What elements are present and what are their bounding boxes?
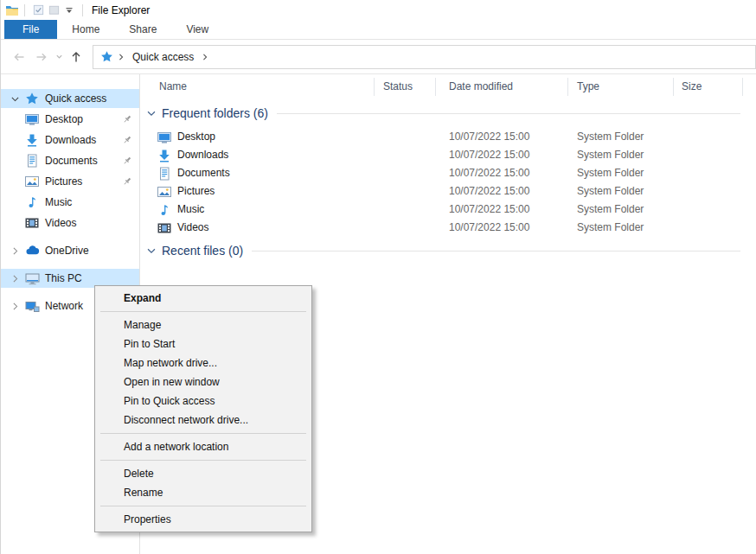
column-headers: Name Status Date modified Type Size [140,74,756,99]
tab-file[interactable]: File [4,20,57,39]
onedrive-cloud-icon [24,244,40,258]
desktop-icon [24,112,40,126]
file-type: System Folder [577,146,644,164]
context-menu-item-pin-to-quick-access[interactable]: Pin to Quick access [95,392,311,411]
breadcrumb-chevron-icon [199,51,211,63]
music-icon [157,203,171,217]
recent-locations-dropdown-icon[interactable] [53,46,65,68]
context-menu-separator [100,433,306,434]
group-label: Recent files (0) [162,244,243,258]
sidebar-item-label: Downloads [45,134,96,146]
group-header-recent-files[interactable]: Recent files (0) [145,242,756,259]
chevron-down-icon [145,107,157,119]
videos-icon [24,216,40,230]
column-divider[interactable] [374,78,375,96]
sidebar-item-label: Desktop [45,113,83,125]
pin-icon [122,156,132,166]
chevron-down-icon[interactable] [9,93,21,105]
file-date-modified: 10/07/2022 15:00 [449,146,529,164]
file-row-downloads[interactable]: Downloads 10/07/2022 15:00 System Folder [140,146,756,164]
file-row-music[interactable]: Music 10/07/2022 15:00 System Folder [140,201,756,219]
file-row-documents[interactable]: Documents 10/07/2022 15:00 System Folder [140,164,756,182]
tab-view[interactable]: View [171,20,223,39]
file-date-modified: 10/07/2022 15:00 [449,128,529,146]
group-label: Frequent folders (6) [162,106,268,120]
group-rule [277,113,740,114]
file-type: System Folder [577,128,644,146]
file-name: Pictures [177,182,215,201]
pin-icon [122,114,132,124]
sidebar-item-onedrive[interactable]: OneDrive [1,241,139,260]
back-button[interactable] [8,46,30,68]
column-header-size[interactable]: Size [682,80,702,92]
context-menu-item-open-in-new-window[interactable]: Open in new window [95,373,311,392]
sidebar-item-downloads[interactable]: Downloads [1,131,139,150]
up-button[interactable] [65,46,87,68]
context-menu-item-add-network-location[interactable]: Add a network location [95,437,311,456]
sidebar-item-quick-access[interactable]: Quick access [1,89,139,108]
navigation-bar: Quick access [1,40,756,74]
context-menu-item-expand[interactable]: Expand [95,289,311,308]
file-type: System Folder [577,182,644,201]
sidebar-item-documents[interactable]: Documents [1,151,139,170]
breadcrumb-item-quick-access[interactable]: Quick access [129,51,197,63]
file-date-modified: 10/07/2022 15:00 [449,164,529,182]
context-menu-item-delete[interactable]: Delete [95,464,311,483]
title-bar: File Explorer [1,0,756,20]
pin-icon [122,176,132,187]
group-rule [252,251,740,252]
chevron-right-icon[interactable] [9,301,21,312]
file-date-modified: 10/07/2022 15:00 [449,182,529,201]
column-divider[interactable] [435,78,436,96]
column-divider[interactable] [567,78,568,96]
file-name: Desktop [177,128,215,146]
context-menu-item-manage[interactable]: Manage [95,315,311,334]
column-header-date-modified[interactable]: Date modified [449,80,513,92]
column-header-name[interactable]: Name [159,80,187,92]
chevron-right-icon[interactable] [9,245,21,257]
sidebar-item-label: Network [45,300,83,312]
this-pc-icon [24,271,40,285]
column-divider[interactable] [673,78,674,96]
sidebar-item-label: Pictures [45,175,82,188]
tab-share[interactable]: Share [114,20,171,39]
sidebar-item-desktop[interactable]: Desktop [1,110,139,129]
group-header-frequent-folders[interactable]: Frequent folders (6) [145,105,756,122]
column-header-status[interactable]: Status [383,80,413,92]
sidebar-item-label: OneDrive [45,245,89,257]
context-menu-item-pin-to-start[interactable]: Pin to Start [95,334,311,353]
tab-home[interactable]: Home [57,20,114,39]
sidebar-item-label: This PC [45,272,82,284]
videos-icon [157,221,171,235]
qat-separator [82,4,83,16]
sidebar-item-label: Videos [45,217,76,229]
context-menu-item-properties[interactable]: Properties [95,510,311,529]
file-name: Downloads [177,146,228,164]
context-menu-item-disconnect-network-drive[interactable]: Disconnect network drive... [95,411,311,430]
column-divider[interactable] [742,78,743,96]
sidebar-item-videos[interactable]: Videos [1,213,139,232]
sidebar-item-pictures[interactable]: Pictures [1,172,139,191]
sidebar-item-music[interactable]: Music [1,193,139,212]
file-row-videos[interactable]: Videos 10/07/2022 15:00 System Folder [140,219,756,237]
qat-new-folder-button[interactable] [46,3,61,18]
chevron-right-icon[interactable] [9,273,21,284]
forward-button[interactable] [30,46,53,68]
file-row-desktop[interactable]: Desktop 10/07/2022 15:00 System Folder [140,128,756,146]
context-menu-item-map-network-drive[interactable]: Map network drive... [95,353,311,373]
qat-customize-dropdown-icon[interactable] [61,3,77,18]
documents-icon [157,167,171,181]
context-menu-item-rename[interactable]: Rename [95,483,311,502]
context-menu-separator [100,506,306,506]
column-header-type[interactable]: Type [577,80,599,92]
context-menu-separator [100,311,306,312]
file-type: System Folder [577,164,644,182]
pin-icon [122,135,132,145]
file-type: System Folder [577,201,644,219]
context-menu-separator [100,460,306,461]
file-row-pictures[interactable]: Pictures 10/07/2022 15:00 System Folder [140,182,756,201]
file-type: System Folder [577,219,644,237]
qat-properties-button[interactable] [30,3,46,18]
address-bar[interactable]: Quick access [93,45,756,69]
file-date-modified: 10/07/2022 15:00 [449,219,529,237]
